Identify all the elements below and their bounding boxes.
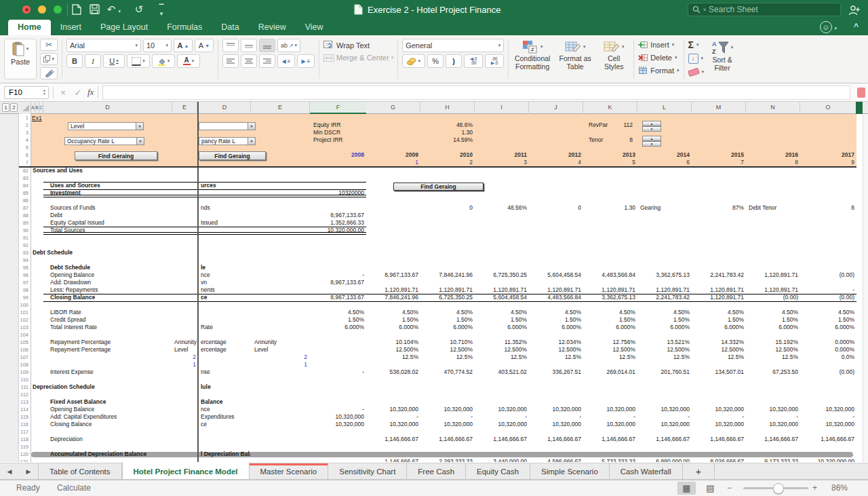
ribbon-tab-page-layout[interactable]: Page Layout — [91, 20, 157, 35]
outline-level-1-button[interactable]: 1 — [2, 103, 9, 112]
decrease-indent-button[interactable]: ◀≡ — [277, 54, 295, 68]
paste-button[interactable]: ▾ Paste — [4, 39, 37, 79]
row-header[interactable]: 85 — [19, 189, 31, 197]
sheet-tab-hotel-project-finance-model[interactable]: Hotel Project Finance Model — [122, 462, 250, 479]
normal-view-button[interactable]: ▦ — [677, 482, 696, 495]
italic-button[interactable]: I — [85, 54, 101, 68]
page-layout-view-button[interactable]: ▤ — [701, 482, 719, 495]
zoom-in-button[interactable]: + — [812, 483, 817, 493]
vertical-pane-split[interactable] — [197, 102, 199, 462]
number-format-select[interactable]: General▾ — [402, 39, 504, 52]
delete-cells-button[interactable]: Delete▾ — [638, 52, 679, 64]
save-icon[interactable] — [86, 2, 102, 17]
row-header[interactable]: 96 — [19, 271, 31, 279]
redo-icon[interactable]: ↺ — [131, 2, 147, 17]
outline-level-2-button[interactable]: 2 — [10, 103, 18, 112]
column-header-O[interactable]: O — [800, 102, 856, 114]
row-header[interactable]: 91 — [19, 234, 31, 242]
name-box[interactable]: F10 ▲▼ — [4, 86, 49, 99]
cut-button[interactable]: ✂ — [40, 39, 58, 51]
row-header[interactable]: 114 — [19, 406, 31, 413]
font-name-select[interactable]: Arial▾ — [66, 39, 141, 52]
borders-button[interactable]: ▾ — [127, 54, 150, 68]
wrap-text-button[interactable]: Wrap Text — [323, 41, 393, 50]
zoom-slider-thumb[interactable] — [773, 483, 784, 494]
occupancy-rate-dropdown-arrow-icon[interactable]: ▼ — [136, 137, 144, 145]
row-header[interactable]: 4 — [19, 136, 31, 144]
ribbon-tab-insert[interactable]: Insert — [51, 20, 91, 35]
occupancy-rate-dropdown-pane2-arrow-icon[interactable]: ▼ — [248, 137, 256, 145]
status-calculate[interactable]: Calculate — [57, 483, 91, 493]
increase-font-size-button[interactable]: A▲ — [174, 39, 193, 52]
row-header[interactable]: 119 — [19, 443, 31, 451]
increase-indent-button[interactable]: ▶≡ — [297, 54, 315, 68]
row-header[interactable]: 118 — [19, 436, 31, 443]
ribbon-tab-review[interactable]: Review — [249, 20, 296, 35]
column-header-D[interactable]: D — [43, 102, 172, 114]
formula-input[interactable] — [102, 85, 850, 100]
row-header[interactable]: 84 — [19, 182, 31, 189]
align-center-button[interactable] — [241, 54, 257, 68]
font-size-select[interactable]: 10▾ — [143, 39, 172, 52]
increase-decimal-button[interactable]: ◀.0.00 — [464, 54, 483, 68]
fill-color-button[interactable]: ▾ — [152, 54, 175, 68]
column-header-M[interactable]: M — [692, 102, 746, 114]
sheet-tab-table-of-contents[interactable]: Table of Contents — [38, 463, 122, 479]
add-sheet-button[interactable]: + — [683, 463, 715, 479]
row-header[interactable]: 93 — [19, 249, 31, 256]
find-gearing-button[interactable]: Find Geraing — [393, 183, 484, 191]
level-dropdown[interactable]: Level — [68, 122, 144, 130]
fill-button[interactable]: ↓▾ — [688, 52, 705, 64]
level-dropdown-pane2-arrow-icon[interactable]: ▼ — [248, 122, 256, 130]
close-window-button[interactable] — [22, 5, 31, 14]
sheet-tab-equity-cash[interactable]: Equity Cash — [466, 463, 530, 479]
row-header[interactable]: 88 — [19, 212, 31, 219]
spinner-down-icon[interactable]: ▼ — [642, 126, 661, 132]
insert-cells-button[interactable]: Insert▾ — [638, 39, 679, 51]
align-right-button[interactable] — [259, 54, 275, 68]
column-header-E[interactable]: E — [251, 102, 310, 114]
row-header[interactable]: 113 — [19, 398, 31, 406]
feedback-smiley-icon[interactable]: ☺ ▾ — [820, 21, 837, 33]
enter-icon[interactable]: ✓ — [73, 88, 83, 98]
sheet-tab-simple-scenario[interactable]: Simple Scenario — [530, 463, 610, 479]
find-gearing-button[interactable]: Find Geraing — [199, 151, 266, 160]
align-left-button[interactable] — [222, 54, 239, 68]
row-header[interactable]: 99 — [19, 294, 31, 301]
new-workbook-icon[interactable] — [68, 2, 85, 17]
row-header[interactable]: 121 — [19, 458, 31, 462]
row-header[interactable]: 92 — [19, 242, 31, 249]
format-painter-button[interactable] — [40, 67, 58, 79]
row-header[interactable]: 110 — [19, 376, 31, 383]
ribbon-tab-formulas[interactable]: Formulas — [157, 20, 212, 35]
customize-toolbar-icon[interactable]: ▔▼ — [153, 2, 170, 20]
align-top-button[interactable] — [222, 39, 239, 52]
column-header-I[interactable]: I — [475, 102, 529, 114]
row-header[interactable]: 1 — [19, 114, 31, 121]
row-header[interactable]: 6 — [19, 151, 31, 159]
row-header[interactable]: 116 — [19, 421, 31, 428]
column-header-F[interactable]: F — [310, 102, 366, 114]
row-header[interactable]: 111 — [19, 383, 31, 391]
row-header[interactable]: 5 — [19, 144, 31, 151]
sheet-tab-cash-waterfall[interactable]: Cash Waterfall — [610, 463, 683, 479]
undo-icon[interactable]: ↶ ▾ — [104, 2, 124, 17]
merge-center-button[interactable]: Merge & Center▾ — [323, 54, 393, 62]
row-header[interactable]: 109 — [19, 368, 31, 376]
vertical-scrollbar[interactable] — [863, 114, 868, 462]
ribbon-tab-data[interactable]: Data — [212, 20, 248, 35]
row-header[interactable]: 100 — [19, 301, 31, 309]
bold-button[interactable]: B — [66, 54, 83, 68]
align-middle-button[interactable] — [241, 39, 257, 52]
minimize-window-button[interactable] — [38, 5, 46, 14]
row-header[interactable]: 106 — [19, 346, 31, 354]
zoom-slider[interactable] — [743, 487, 808, 489]
sheet-tab-free-cash[interactable]: Free Cash — [407, 463, 466, 479]
format-as-table-button[interactable]: ▾ Format as Table — [555, 39, 595, 79]
zoom-window-button[interactable] — [54, 5, 62, 14]
autosum-button[interactable]: Σ▾ — [688, 39, 705, 51]
row-header[interactable]: 82 — [19, 167, 31, 174]
cell-styles-button[interactable]: ▾ Cell Styles — [598, 39, 629, 79]
collapse-ribbon-icon[interactable]: ^ — [854, 22, 859, 31]
row-header[interactable]: 104 — [19, 331, 31, 339]
